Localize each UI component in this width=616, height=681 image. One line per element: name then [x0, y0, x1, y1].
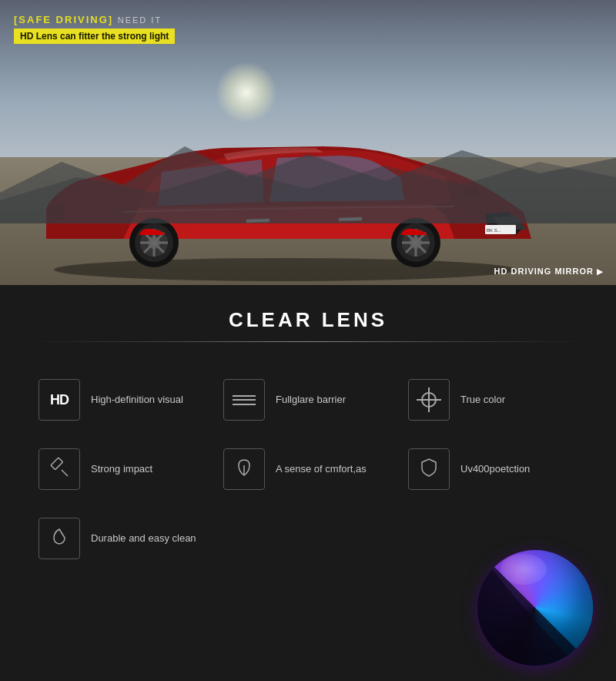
- hd-icon: HD: [50, 392, 69, 408]
- strong-impact-label: Strong impact: [91, 462, 152, 476]
- feature-hd-visual: HD High-definition visual: [31, 365, 216, 434]
- title-divider: [31, 341, 585, 342]
- hd-visual-icon-box: HD: [38, 379, 80, 421]
- uv-lens-ball: [477, 550, 593, 666]
- hd-visual-label: High-definition visual: [91, 393, 183, 407]
- durable-label: Durable and easy clean: [91, 532, 196, 545]
- feature-fullglare: Fullglare barrier: [216, 365, 400, 434]
- true-color-icon-box: [408, 379, 450, 421]
- mountain-silhouette: [0, 131, 616, 223]
- hammer-icon: [48, 456, 71, 482]
- section-title: CLEAR LENS: [31, 308, 585, 332]
- feature-uv400: Uv400poetction: [400, 434, 585, 504]
- shield-icon: [417, 456, 440, 482]
- safe-driving-badge: [SAFE DRIVING] NEED IT HD Lens can fitte…: [14, 14, 175, 44]
- hd-lens-text: HD Lens can fitter the strong light: [14, 29, 175, 44]
- svg-line-22: [62, 470, 68, 476]
- strong-impact-icon-box: [38, 448, 80, 490]
- leaf-icon: [233, 456, 256, 482]
- feature-comfort: A sense of cmfort,as: [216, 434, 400, 504]
- uv400-label: Uv400poetction: [460, 462, 530, 476]
- true-color-label: True color: [460, 393, 505, 407]
- fullglare-label: Fullglare barrier: [276, 393, 346, 407]
- crosshair-icon: [417, 387, 441, 412]
- comfort-icon-box: [223, 448, 265, 490]
- svg-rect-21: [51, 458, 63, 470]
- uv-lens-ball-container: [477, 550, 601, 673]
- fullglare-icon-box: [223, 379, 265, 421]
- durable-icon-box: [38, 518, 80, 559]
- svg-text:BK S...: BK S...: [487, 228, 501, 233]
- light-glare: [216, 62, 277, 123]
- comfort-label: A sense of cmfort,as: [276, 462, 367, 476]
- features-section: CLEAR LENS HD High-definition visual Ful…: [0, 285, 616, 681]
- svg-point-2: [54, 258, 516, 281]
- hd-driving-label: HD DRIVING MIRROR ▶: [494, 267, 604, 276]
- uv400-icon-box: [408, 448, 450, 490]
- feature-durable: Durable and easy clean: [31, 504, 216, 573]
- waves-icon: [233, 394, 255, 406]
- drop-icon: [48, 525, 71, 552]
- safe-driving-title: [SAFE DRIVING] NEED IT: [14, 14, 175, 25]
- feature-strong-impact: Strong impact: [31, 434, 216, 504]
- hero-section: BK S... [SAFE DRIVING] NEED IT HD Lens c…: [0, 0, 616, 285]
- features-grid: HD High-definition visual Fullglare barr…: [31, 365, 585, 573]
- feature-true-color: True color: [400, 365, 585, 434]
- grid-empty-1: [216, 504, 400, 573]
